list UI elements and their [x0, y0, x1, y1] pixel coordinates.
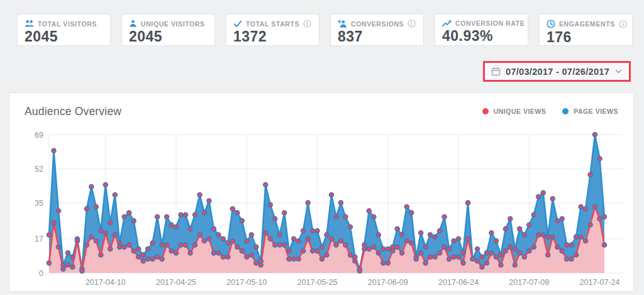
unique-views-point[interactable]	[574, 253, 579, 257]
page-views-point[interactable]	[404, 204, 409, 209]
unique-views-point[interactable]	[362, 247, 367, 251]
info-icon[interactable]	[303, 19, 311, 28]
unique-views-point[interactable]	[484, 261, 489, 265]
unique-views-point[interactable]	[522, 255, 526, 259]
page-views-point[interactable]	[433, 235, 437, 239]
unique-views-point[interactable]	[357, 269, 362, 273]
unique-views-point[interactable]	[419, 251, 423, 255]
page-views-point[interactable]	[160, 243, 164, 247]
unique-views-point[interactable]	[103, 231, 108, 235]
unique-views-point[interactable]	[240, 248, 244, 253]
unique-views-point[interactable]	[546, 253, 550, 257]
page-views-point[interactable]	[65, 251, 70, 255]
page-views-point[interactable]	[287, 248, 291, 253]
page-views-point[interactable]	[277, 233, 282, 237]
page-views-point[interactable]	[550, 197, 555, 201]
page-views-point[interactable]	[282, 211, 287, 215]
unique-views-point[interactable]	[296, 257, 301, 261]
unique-views-point[interactable]	[52, 221, 56, 225]
page-views-point[interactable]	[57, 209, 61, 213]
page-views-point[interactable]	[428, 233, 433, 237]
page-views-point[interactable]	[202, 211, 206, 215]
page-views-point[interactable]	[386, 247, 390, 251]
page-views-point[interactable]	[268, 203, 272, 207]
page-views-point[interactable]	[113, 192, 117, 197]
page-views-point[interactable]	[513, 247, 517, 251]
page-views-point[interactable]	[409, 211, 414, 215]
unique-views-point[interactable]	[579, 235, 583, 239]
unique-views-point[interactable]	[550, 235, 555, 239]
unique-views-point[interactable]	[47, 261, 52, 265]
unique-views-point[interactable]	[475, 259, 480, 263]
unique-views-point[interactable]	[593, 204, 597, 209]
unique-views-point[interactable]	[555, 245, 560, 249]
page-views-point[interactable]	[99, 229, 103, 233]
unique-views-point[interactable]	[75, 239, 79, 243]
unique-views-point[interactable]	[367, 247, 371, 251]
unique-views-point[interactable]	[442, 245, 447, 249]
page-views-point[interactable]	[499, 253, 503, 257]
page-views-point[interactable]	[311, 229, 315, 233]
page-views-point[interactable]	[372, 214, 376, 219]
unique-views-point[interactable]	[99, 253, 103, 257]
unique-views-point[interactable]	[386, 261, 390, 265]
unique-views-point[interactable]	[113, 233, 117, 237]
unique-views-point[interactable]	[165, 243, 169, 247]
unique-views-point[interactable]	[480, 265, 484, 269]
page-views-point[interactable]	[475, 247, 480, 251]
page-views-point[interactable]	[588, 172, 592, 177]
page-views-point[interactable]	[442, 214, 447, 219]
unique-views-point[interactable]	[245, 255, 249, 259]
page-views-point[interactable]	[597, 157, 602, 161]
unique-views-point[interactable]	[230, 239, 235, 243]
page-views-point[interactable]	[400, 233, 404, 237]
unique-views-point[interactable]	[131, 248, 136, 253]
unique-views-point[interactable]	[197, 233, 202, 237]
chart-canvas[interactable]: 0173552692017-04-102017-04-252017-05-102…	[9, 123, 635, 288]
unique-views-point[interactable]	[268, 237, 272, 241]
page-views-point[interactable]	[555, 219, 560, 223]
unique-views-point[interactable]	[518, 251, 522, 255]
unique-views-point[interactable]	[381, 261, 386, 265]
page-views-point[interactable]	[221, 237, 225, 241]
unique-views-point[interactable]	[513, 263, 517, 267]
unique-views-point[interactable]	[118, 245, 122, 249]
unique-views-point[interactable]	[287, 257, 291, 261]
page-views-point[interactable]	[541, 191, 545, 195]
unique-views-point[interactable]	[334, 243, 338, 247]
page-views-point[interactable]	[226, 241, 230, 245]
page-views-point[interactable]	[579, 204, 583, 209]
unique-views-point[interactable]	[282, 243, 287, 247]
audience-overview-chart[interactable]: 0173552692017-04-102017-04-252017-05-102…	[9, 123, 633, 291]
unique-views-point[interactable]	[211, 251, 216, 255]
page-views-point[interactable]	[292, 237, 296, 241]
page-views-point[interactable]	[240, 219, 244, 223]
page-views-point[interactable]	[569, 243, 574, 247]
unique-views-point[interactable]	[560, 248, 564, 253]
unique-views-point[interactable]	[414, 257, 418, 261]
page-views-point[interactable]	[169, 223, 174, 227]
unique-views-point[interactable]	[348, 253, 352, 257]
page-views-point[interactable]	[602, 214, 607, 219]
unique-views-point[interactable]	[311, 248, 315, 253]
page-views-point[interactable]	[593, 133, 597, 137]
unique-views-point[interactable]	[146, 257, 150, 261]
unique-views-point[interactable]	[391, 248, 395, 253]
page-views-point[interactable]	[546, 235, 550, 239]
page-views-point[interactable]	[136, 247, 141, 251]
unique-views-point[interactable]	[584, 239, 588, 243]
unique-views-point[interactable]	[136, 255, 141, 259]
unique-views-point[interactable]	[489, 251, 494, 255]
page-views-point[interactable]	[207, 199, 211, 203]
page-views-point[interactable]	[461, 251, 465, 255]
unique-views-point[interactable]	[94, 239, 98, 243]
page-views-point[interactable]	[381, 247, 386, 251]
page-views-point[interactable]	[188, 226, 192, 231]
unique-views-point[interactable]	[70, 265, 75, 269]
page-views-point[interactable]	[480, 255, 484, 259]
page-views-point[interactable]	[174, 225, 179, 229]
page-views-point[interactable]	[264, 182, 268, 187]
page-views-point[interactable]	[330, 192, 334, 197]
unique-views-point[interactable]	[179, 243, 183, 247]
unique-views-point[interactable]	[254, 261, 258, 265]
